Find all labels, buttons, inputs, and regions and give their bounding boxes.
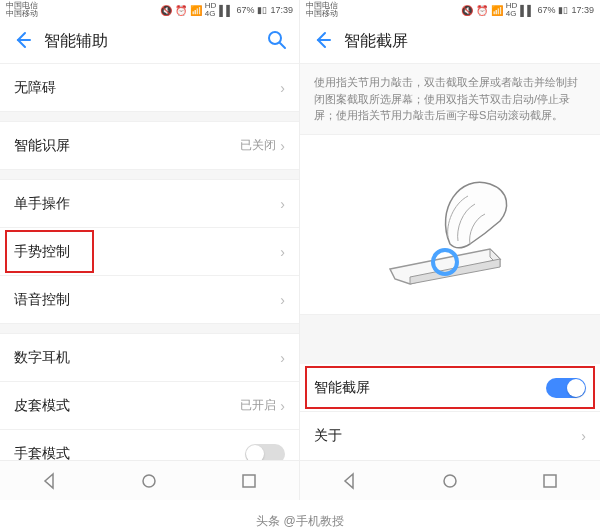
- settings-screen-smart-screenshot: 中国电信中国移动 🔇 ⏰ 📶 HD4G ▌▌ 67% ▮▯ 17:39 智能截屏…: [300, 0, 600, 500]
- chevron-right-icon: ›: [581, 428, 586, 444]
- nav-back-button[interactable]: [41, 472, 59, 490]
- navigation-bar: [0, 460, 299, 500]
- back-arrow-icon: [12, 30, 32, 50]
- nav-back-button[interactable]: [341, 472, 359, 490]
- alarm-icon: ⏰: [476, 5, 488, 16]
- row-one-hand[interactable]: 单手操作 ›: [0, 180, 299, 228]
- chevron-right-icon: ›: [280, 196, 285, 212]
- svg-rect-8: [544, 475, 556, 487]
- chevron-right-icon: ›: [280, 350, 285, 366]
- row-gesture-control[interactable]: 手势控制 ›: [0, 228, 299, 276]
- nav-recent-button[interactable]: [541, 472, 559, 490]
- row-about[interactable]: 关于 ›: [300, 412, 600, 460]
- nav-home-button[interactable]: [140, 472, 158, 490]
- row-holster-mode[interactable]: 皮套模式 已开启 ›: [0, 382, 299, 430]
- svg-line-2: [280, 43, 285, 48]
- nav-home-button[interactable]: [441, 472, 459, 490]
- row-smart-recognition[interactable]: 智能识屏 已关闭 ›: [0, 122, 299, 170]
- svg-point-7: [444, 475, 456, 487]
- battery-icon: ▮▯: [558, 5, 568, 15]
- attribution-text: 头条 @手机教授: [0, 513, 600, 530]
- mute-icon: 🔇: [461, 5, 473, 16]
- alarm-icon: ⏰: [175, 5, 187, 16]
- header: 智能辅助: [0, 20, 299, 64]
- wifi-icon: 📶: [491, 5, 503, 16]
- status-bar: 中国电信中国移动 🔇 ⏰ 📶 HD4G ▌▌ 67% ▮▯ 17:39: [300, 0, 600, 20]
- back-button[interactable]: [12, 30, 32, 54]
- row-smart-screenshot-toggle[interactable]: 智能截屏: [300, 364, 600, 412]
- glove-toggle[interactable]: [245, 444, 285, 461]
- status-bar: 中国电信中国移动 🔇 ⏰ 📶 HD4G ▌▌ 67% ▮▯ 17:39: [0, 0, 299, 20]
- chevron-right-icon: ›: [280, 80, 285, 96]
- svg-point-3: [143, 475, 155, 487]
- battery-icon: ▮▯: [257, 5, 267, 15]
- knuckle-tap-illustration: [300, 135, 600, 315]
- settings-screen-smart-assist: 中国电信中国移动 🔇 ⏰ 📶 HD4G ▌▌ 67% ▮▯ 17:39 智能辅助: [0, 0, 300, 500]
- back-arrow-icon: [312, 30, 332, 50]
- mute-icon: 🔇: [160, 5, 172, 16]
- svg-rect-4: [243, 475, 255, 487]
- search-button[interactable]: [267, 30, 287, 54]
- chevron-right-icon: ›: [280, 398, 285, 414]
- feature-description: 使用指关节用力敲击，双击截取全屏或者敲击并绘制封闭图案截取所选屏幕；使用双指关节…: [300, 64, 600, 135]
- header: 智能截屏: [300, 20, 600, 64]
- settings-list: 无障碍 › 智能识屏 已关闭 › 单手操作 › 手势控制 › 语音控制 ›: [0, 64, 299, 460]
- nav-recent-button[interactable]: [240, 472, 258, 490]
- row-accessibility[interactable]: 无障碍 ›: [0, 64, 299, 112]
- navigation-bar: [300, 460, 600, 500]
- search-icon: [267, 30, 287, 50]
- row-glove-mode[interactable]: 手套模式: [0, 430, 299, 460]
- chevron-right-icon: ›: [280, 138, 285, 154]
- back-button[interactable]: [312, 30, 332, 54]
- smart-screenshot-toggle[interactable]: [546, 378, 586, 398]
- svg-point-1: [269, 32, 281, 44]
- chevron-right-icon: ›: [280, 244, 285, 260]
- page-title: 智能辅助: [44, 31, 267, 52]
- row-voice-control[interactable]: 语音控制 ›: [0, 276, 299, 324]
- wifi-icon: 📶: [190, 5, 202, 16]
- chevron-right-icon: ›: [280, 292, 285, 308]
- row-digital-headset[interactable]: 数字耳机 ›: [0, 334, 299, 382]
- page-title: 智能截屏: [344, 31, 588, 52]
